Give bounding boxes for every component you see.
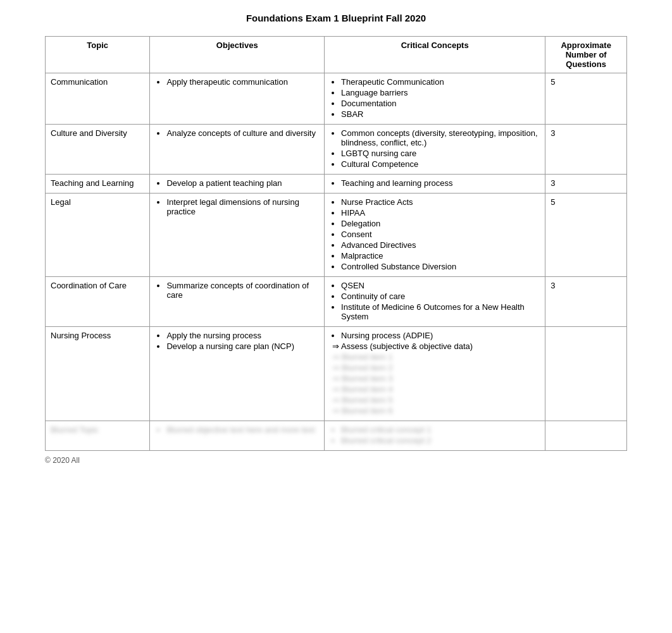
cell-objectives: Blurred objective text here and more tex… bbox=[150, 421, 325, 451]
cell-objectives: Develop a patient teaching plan bbox=[150, 175, 325, 194]
critical-item-blurred: Blurred item 1 bbox=[332, 352, 540, 362]
critical-item: Controlled Substance Diversion bbox=[341, 262, 540, 271]
table-header-row: Topic Objectives Critical Concepts Appro… bbox=[46, 37, 627, 73]
critical-item: Nursing process (ADPIE) bbox=[341, 331, 540, 340]
cell-topic: Communication bbox=[46, 73, 150, 125]
header-approx: Approximate Number of Questions bbox=[545, 37, 627, 73]
cell-objectives: Apply the nursing processDevelop a nursi… bbox=[150, 327, 325, 421]
cell-approx: 5 bbox=[545, 194, 627, 277]
cell-critical: Therapeutic CommunicationLanguage barrie… bbox=[325, 73, 545, 125]
cell-topic: Blurred Topic bbox=[46, 421, 150, 451]
cell-critical: QSENContinuity of careInstitute of Medic… bbox=[325, 277, 545, 327]
critical-item: Blurred critical concept 1 bbox=[341, 425, 540, 434]
cell-topic: Legal bbox=[46, 194, 150, 277]
critical-item: Continuity of care bbox=[341, 292, 540, 301]
critical-item-blurred: Blurred item 3 bbox=[332, 374, 540, 383]
objective-item: Analyze concepts of culture and diversit… bbox=[166, 128, 319, 138]
cell-topic: Culture and Diversity bbox=[46, 125, 150, 175]
table-row: Teaching and LearningDevelop a patient t… bbox=[46, 175, 627, 194]
cell-critical: Common concepts (diversity, stereotyping… bbox=[325, 125, 545, 175]
page-title: Foundations Exam 1 Blueprint Fall 2020 bbox=[13, 13, 659, 23]
cell-approx: 3 bbox=[545, 277, 627, 327]
objective-item: Summarize concepts of coordination of ca… bbox=[166, 281, 319, 300]
objective-item: Blurred objective text here and more tex… bbox=[166, 425, 319, 434]
objective-item: Develop a nursing care plan (NCP) bbox=[166, 341, 319, 351]
cell-critical: Teaching and learning process bbox=[325, 175, 545, 194]
critical-item: Documentation bbox=[341, 99, 540, 108]
cell-approx: 5 bbox=[545, 73, 627, 125]
cell-objectives: Analyze concepts of culture and diversit… bbox=[150, 125, 325, 175]
table-row: Blurred TopicBlurred objective text here… bbox=[46, 421, 627, 451]
objective-item: Interpret legal dimensions of nursing pr… bbox=[166, 197, 319, 216]
objective-item: Apply therapeutic communication bbox=[166, 77, 319, 87]
table-row: LegalInterpret legal dimensions of nursi… bbox=[46, 194, 627, 277]
critical-item-arrow: Assess (subjective & objective data) bbox=[332, 341, 540, 351]
table-row: Nursing ProcessApply the nursing process… bbox=[46, 327, 627, 421]
cell-objectives: Apply therapeutic communication bbox=[150, 73, 325, 125]
cell-approx: 3 bbox=[545, 175, 627, 194]
cell-critical: Nursing process (ADPIE)Assess (subjectiv… bbox=[325, 327, 545, 421]
critical-item: Therapeutic Communication bbox=[341, 77, 540, 87]
critical-item-blurred: Blurred item 6 bbox=[332, 406, 540, 415]
objective-item: Apply the nursing process bbox=[166, 331, 319, 340]
critical-item: Language barriers bbox=[341, 88, 540, 97]
cell-approx bbox=[545, 327, 627, 421]
critical-item: Blurred critical concept 2 bbox=[341, 436, 540, 445]
cell-critical: Nurse Practice ActsHIPAADelegationConsen… bbox=[325, 194, 545, 277]
critical-item: QSEN bbox=[341, 281, 540, 290]
header-critical: Critical Concepts bbox=[325, 37, 545, 73]
table-row: CommunicationApply therapeutic communica… bbox=[46, 73, 627, 125]
critical-item: Cultural Competence bbox=[341, 159, 540, 169]
critical-item: Institute of Medicine 6 Outcomes for a N… bbox=[341, 302, 540, 321]
cell-critical: Blurred critical concept 1Blurred critic… bbox=[325, 421, 545, 451]
blueprint-table: Topic Objectives Critical Concepts Appro… bbox=[45, 36, 627, 451]
cell-approx: 3 bbox=[545, 125, 627, 175]
critical-item-blurred: Blurred item 5 bbox=[332, 395, 540, 405]
critical-item: Common concepts (diversity, stereotyping… bbox=[341, 128, 540, 147]
cell-objectives: Interpret legal dimensions of nursing pr… bbox=[150, 194, 325, 277]
table-row: Culture and DiversityAnalyze concepts of… bbox=[46, 125, 627, 175]
critical-item: Malpractice bbox=[341, 251, 540, 261]
cell-topic: Teaching and Learning bbox=[46, 175, 150, 194]
critical-item: Advanced Directives bbox=[341, 240, 540, 250]
cell-objectives: Summarize concepts of coordination of ca… bbox=[150, 277, 325, 327]
cell-approx bbox=[545, 421, 627, 451]
critical-item: Delegation bbox=[341, 219, 540, 228]
critical-item: LGBTQ nursing care bbox=[341, 149, 540, 158]
table-row: Coordination of CareSummarize concepts o… bbox=[46, 277, 627, 327]
critical-item: SBAR bbox=[341, 109, 540, 119]
header-objectives: Objectives bbox=[150, 37, 325, 73]
critical-item: Nurse Practice Acts bbox=[341, 197, 540, 207]
critical-item: Teaching and learning process bbox=[341, 178, 540, 188]
critical-item: Consent bbox=[341, 230, 540, 239]
critical-item-blurred: Blurred item 4 bbox=[332, 384, 540, 394]
critical-item-blurred: Blurred item 2 bbox=[332, 363, 540, 372]
header-topic: Topic bbox=[46, 37, 150, 73]
cell-topic: Nursing Process bbox=[46, 327, 150, 421]
critical-item: HIPAA bbox=[341, 208, 540, 218]
cell-topic: Coordination of Care bbox=[46, 277, 150, 327]
footer-note: © 2020 All bbox=[45, 456, 627, 465]
objective-item: Develop a patient teaching plan bbox=[166, 178, 319, 188]
